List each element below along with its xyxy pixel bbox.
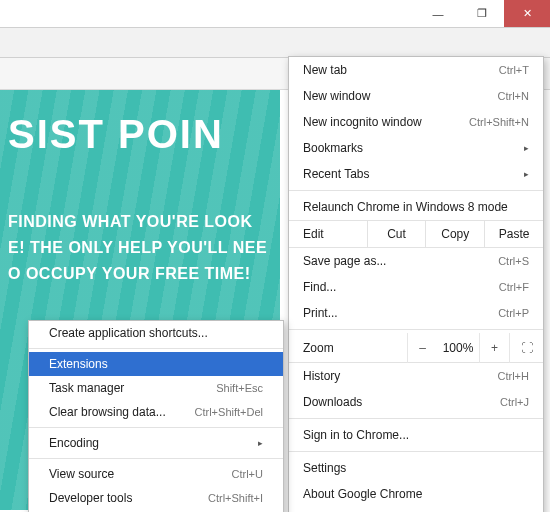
page-title: SIST POIN xyxy=(0,90,280,157)
menu-item-save-page[interactable]: Save page as...Ctrl+S xyxy=(289,248,543,274)
menu-item-help[interactable]: Help▸ xyxy=(289,507,543,512)
shortcut: Ctrl+Shift+N xyxy=(469,116,529,128)
label: Downloads xyxy=(303,395,362,409)
sub-line-3: O OCCUPY YOUR FREE TIME! xyxy=(8,261,280,287)
separator xyxy=(289,329,543,330)
minimize-button[interactable]: — xyxy=(416,0,460,27)
label: Settings xyxy=(303,461,346,475)
label: About Google Chrome xyxy=(303,487,422,501)
shortcut: Ctrl+J xyxy=(500,396,529,408)
more-tools-submenu: Create application shortcuts... Extensio… xyxy=(28,320,284,512)
menu-item-recent-tabs[interactable]: Recent Tabs▸ xyxy=(289,161,543,187)
menu-zoom-row: Zoom – 100% + ⛶ xyxy=(289,333,543,363)
submenu-item-encoding[interactable]: Encoding▸ xyxy=(29,431,283,455)
separator xyxy=(289,418,543,419)
menu-item-settings[interactable]: Settings xyxy=(289,455,543,481)
label: Task manager xyxy=(49,381,124,395)
shortcut: Ctrl+T xyxy=(499,64,529,76)
menu-item-incognito[interactable]: New incognito windowCtrl+Shift+N xyxy=(289,109,543,135)
label: New incognito window xyxy=(303,115,422,129)
menu-item-new-tab[interactable]: New tabCtrl+T xyxy=(289,57,543,83)
chevron-right-icon: ▸ xyxy=(524,143,529,153)
menu-edit-row: Edit Cut Copy Paste xyxy=(289,220,543,248)
zoom-in-button[interactable]: + xyxy=(479,333,509,363)
shortcut: Ctrl+N xyxy=(498,90,529,102)
label: Create application shortcuts... xyxy=(49,326,208,340)
menu-item-print[interactable]: Print...Ctrl+P xyxy=(289,300,543,326)
label: Bookmarks xyxy=(303,141,363,155)
submenu-item-clear-data[interactable]: Clear browsing data...Ctrl+Shift+Del xyxy=(29,400,283,424)
menu-item-find[interactable]: Find...Ctrl+F xyxy=(289,274,543,300)
submenu-item-view-source[interactable]: View sourceCtrl+U xyxy=(29,462,283,486)
menu-item-downloads[interactable]: DownloadsCtrl+J xyxy=(289,389,543,415)
label: Recent Tabs xyxy=(303,167,370,181)
sub-line-1: FINDING WHAT YOU'RE LOOK xyxy=(8,209,280,235)
chrome-main-menu: New tabCtrl+T New windowCtrl+N New incog… xyxy=(288,56,544,512)
label: Relaunch Chrome in Windows 8 mode xyxy=(303,200,508,214)
label: History xyxy=(303,369,340,383)
shortcut: Ctrl+U xyxy=(232,468,263,480)
separator xyxy=(29,348,283,349)
separator xyxy=(289,190,543,191)
menu-item-new-window[interactable]: New windowCtrl+N xyxy=(289,83,543,109)
separator xyxy=(29,427,283,428)
label: Find... xyxy=(303,280,336,294)
submenu-item-task-manager[interactable]: Task managerShift+Esc xyxy=(29,376,283,400)
shortcut: Ctrl+H xyxy=(498,370,529,382)
cut-button[interactable]: Cut xyxy=(368,221,427,247)
zoom-out-button[interactable]: – xyxy=(407,333,437,363)
page-subtitle: FINDING WHAT YOU'RE LOOK E! THE ONLY HEL… xyxy=(0,157,280,287)
label: Developer tools xyxy=(49,491,132,505)
maximize-button[interactable]: ❐ xyxy=(460,0,504,27)
zoom-value: 100% xyxy=(437,341,479,355)
tab-strip[interactable] xyxy=(0,28,550,58)
label: View source xyxy=(49,467,114,481)
shortcut: Shift+Esc xyxy=(216,382,263,394)
menu-item-about[interactable]: About Google Chrome xyxy=(289,481,543,507)
fullscreen-icon[interactable]: ⛶ xyxy=(509,333,543,363)
window-titlebar: — ❐ ✕ xyxy=(0,0,550,28)
label: Print... xyxy=(303,306,338,320)
label: Save page as... xyxy=(303,254,386,268)
submenu-item-shortcuts[interactable]: Create application shortcuts... xyxy=(29,321,283,345)
shortcut: Ctrl+S xyxy=(498,255,529,267)
shortcut: Ctrl+Shift+I xyxy=(208,492,263,504)
menu-item-bookmarks[interactable]: Bookmarks▸ xyxy=(289,135,543,161)
label: Clear browsing data... xyxy=(49,405,166,419)
separator xyxy=(289,451,543,452)
paste-button[interactable]: Paste xyxy=(485,221,543,247)
label: New window xyxy=(303,89,370,103)
submenu-item-extensions[interactable]: Extensions xyxy=(29,352,283,376)
close-button[interactable]: ✕ xyxy=(504,0,550,27)
chevron-right-icon: ▸ xyxy=(258,438,263,448)
shortcut: Ctrl+P xyxy=(498,307,529,319)
label: Sign in to Chrome... xyxy=(303,428,409,442)
label: New tab xyxy=(303,63,347,77)
chevron-right-icon: ▸ xyxy=(524,169,529,179)
menu-item-history[interactable]: HistoryCtrl+H xyxy=(289,363,543,389)
edit-label: Edit xyxy=(289,221,368,247)
separator xyxy=(29,458,283,459)
sub-line-2: E! THE ONLY HELP YOU'LL NEE xyxy=(8,235,280,261)
label: Extensions xyxy=(49,357,108,371)
zoom-label: Zoom xyxy=(289,341,359,355)
submenu-item-devtools[interactable]: Developer toolsCtrl+Shift+I xyxy=(29,486,283,510)
menu-item-signin[interactable]: Sign in to Chrome... xyxy=(289,422,543,448)
copy-button[interactable]: Copy xyxy=(426,221,485,247)
menu-item-relaunch[interactable]: Relaunch Chrome in Windows 8 mode xyxy=(289,194,543,220)
label: Encoding xyxy=(49,436,99,450)
shortcut: Ctrl+F xyxy=(499,281,529,293)
shortcut: Ctrl+Shift+Del xyxy=(195,406,263,418)
